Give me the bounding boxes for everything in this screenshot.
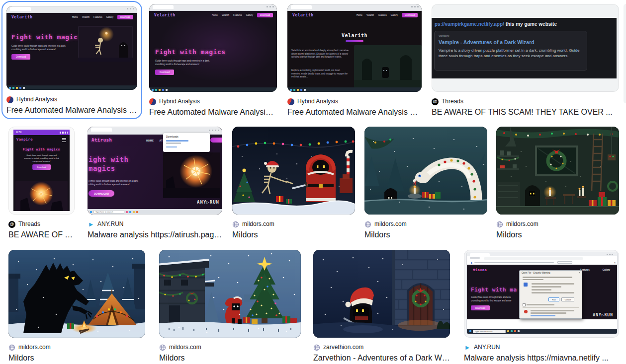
source-label: mildors.com bbox=[374, 220, 407, 228]
velarith-tagline: Guide three souls through traps and enem… bbox=[11, 44, 74, 51]
browser-chrome bbox=[6, 6, 137, 13]
result-source[interactable]: mildors.com bbox=[496, 220, 619, 228]
result-card-atirush[interactable]: Downloads Atirush HOME ATIRUSH FEATURES … bbox=[88, 127, 222, 240]
threads-post-screenshot: ps://vampirkgame.netlify.app/ this my ga… bbox=[432, 4, 619, 92]
result-thumbnail[interactable]: × Miavna Features Gallery Fight with ma … bbox=[464, 250, 619, 338]
globe-favicon-icon bbox=[232, 221, 239, 228]
nav-item: Gallery bbox=[106, 16, 113, 18]
globe-favicon-icon bbox=[364, 221, 371, 228]
result-card-mildors-room[interactable]: mildors.com Mildors bbox=[496, 127, 619, 240]
result-source[interactable]: Hybrid Analysis bbox=[6, 96, 137, 103]
result-card-velarith-2[interactable]: Velarith Home Velarith Features Gallery … bbox=[149, 4, 277, 117]
nav-item: HOME bbox=[146, 140, 154, 142]
source-label: Threads bbox=[442, 98, 463, 105]
result-thumbnail[interactable] bbox=[364, 127, 487, 215]
result-thumbnail[interactable] bbox=[496, 127, 619, 215]
velarith-about-paragraph-1: Velarith is an emotional and deeply atmo… bbox=[291, 49, 349, 59]
pixel-art-snake-illustration bbox=[364, 127, 487, 215]
result-source[interactable]: Hybrid Analysis bbox=[149, 98, 277, 105]
result-source[interactable]: mildors.com bbox=[364, 220, 487, 228]
post-link: ps://vampirkgame.netlify.app/ bbox=[435, 21, 504, 27]
result-title[interactable]: BE AWARE OF THIS SCAM! THEY TAKE OVER ..… bbox=[432, 107, 619, 117]
post-link-note: this my game website bbox=[506, 21, 557, 27]
result-thumbnail[interactable] bbox=[8, 250, 145, 338]
nav-item: Home bbox=[72, 16, 78, 18]
anyrun-favicon-icon: ▶ bbox=[464, 344, 471, 351]
vampire-tagline-3: escape and answers! bbox=[13, 160, 70, 162]
dungeon-figure-illustration bbox=[354, 45, 422, 87]
result-source[interactable]: mildors.com bbox=[232, 220, 355, 228]
browser-window: × Miavna Features Gallery Fight with ma … bbox=[466, 252, 618, 334]
result-title[interactable]: BE AWARE OF THIS... bbox=[8, 230, 75, 240]
red-caped-figure bbox=[225, 297, 243, 324]
result-card-zarvethion[interactable]: zarvethion.com Zarvethion - Adventures o… bbox=[313, 250, 450, 363]
source-label: zarvethion.com bbox=[323, 344, 363, 351]
result-source[interactable]: ▶ ANY.RUN bbox=[88, 220, 222, 228]
result-title[interactable]: Zarvethion - Adventures of a Dark Wizard bbox=[313, 353, 450, 363]
result-source[interactable]: Hybrid Analysis bbox=[287, 98, 422, 105]
result-card-mildors-skeleton[interactable]: mildors.com Mildors bbox=[232, 127, 355, 240]
skeleton-lantern-illustration bbox=[78, 26, 133, 62]
result-card-velarith-1[interactable]: Velarith Home Velarith Features Gallery … bbox=[6, 6, 137, 115]
result-source[interactable]: mildors.com bbox=[159, 344, 301, 351]
result-thumbnail[interactable]: ps://vampirkgame.netlify.app/ this my ga… bbox=[432, 4, 619, 92]
explosion-illustration bbox=[163, 152, 220, 198]
vampire-tagline-1: Guide three souls through traps and bbox=[13, 154, 70, 156]
source-label: mildors.com bbox=[169, 344, 201, 351]
result-thumbnail[interactable]: Velarith Home Velarith Features Gallery … bbox=[6, 6, 137, 90]
result-title[interactable]: Mildors bbox=[496, 230, 619, 240]
result-card-mildors-tree[interactable]: mildors.com Mildors bbox=[159, 250, 301, 363]
velarith-dungeon-image bbox=[354, 45, 422, 87]
result-card-miavna[interactable]: × Miavna Features Gallery Fight with ma … bbox=[464, 250, 619, 363]
atirush-download-button: DOWNLOAD bbox=[89, 190, 114, 197]
source-label: ANY.RUN bbox=[97, 220, 123, 228]
explosion-illustration bbox=[15, 181, 68, 211]
result-card-mildors-werewolf[interactable]: mildors.com Mildors bbox=[8, 250, 145, 363]
close-icon: × bbox=[614, 261, 616, 264]
result-title[interactable]: Free Automated Malware Analysis Ser... bbox=[6, 105, 137, 115]
result-card-mildors-snake[interactable]: mildors.com Mildors bbox=[364, 127, 487, 240]
result-thumbnail[interactable]: Downloads Atirush HOME ATIRUSH FEATURES … bbox=[88, 127, 222, 215]
result-thumbnail[interactable]: Velarith Home Velarith Features Gallery … bbox=[287, 4, 422, 92]
result-thumbnail[interactable]: 22:50 Vampire Fight with magics Guide th… bbox=[8, 127, 75, 215]
velarith-heading: Fight with magics bbox=[155, 48, 226, 56]
source-label: Threads bbox=[18, 220, 40, 228]
velarith-site-screenshot: Velarith Home Velarith Features Gallery … bbox=[287, 10, 422, 87]
downloads-popup-title: Downloads bbox=[166, 135, 207, 138]
atirush-heading-line2: magics bbox=[89, 164, 115, 172]
velarith-hero-image bbox=[78, 26, 133, 62]
result-title[interactable]: Free Automated Malware Analysis Ser... bbox=[149, 107, 277, 117]
result-title[interactable]: Mildors bbox=[232, 230, 355, 240]
result-source[interactable]: @ Threads bbox=[432, 98, 619, 105]
security-warning-dialog: Open File - Security Warning × Run Cance… bbox=[519, 270, 582, 319]
vampire-tagline-2: enemies in a dark, crumbling world to fi… bbox=[13, 157, 70, 159]
result-title[interactable]: Mildors bbox=[364, 230, 487, 240]
velarith-site-header: Velarith Home Velarith Features Gallery … bbox=[292, 13, 418, 17]
hooded-figure bbox=[525, 185, 540, 206]
hybrid-analysis-favicon-icon bbox=[287, 98, 294, 105]
result-thumbnail[interactable] bbox=[232, 127, 355, 215]
result-source[interactable]: ▶ ANY.RUN bbox=[464, 344, 619, 351]
vampire-logo: Vampire bbox=[16, 138, 33, 142]
result-card-threads-post[interactable]: ps://vampirkgame.netlify.app/ this my ga… bbox=[432, 4, 619, 117]
nav-cta-pill bbox=[210, 138, 222, 143]
result-thumbnail[interactable]: Velarith Home Velarith Features Gallery … bbox=[149, 4, 277, 92]
windows-taskbar: Type here to search bbox=[88, 209, 222, 215]
link-preview-card: Vampire Vampire - Adventures of a Dark W… bbox=[434, 31, 587, 71]
result-thumbnail[interactable] bbox=[159, 250, 301, 338]
result-source[interactable]: mildors.com bbox=[8, 344, 145, 351]
miavna-site-content: Miavna Features Gallery Fight with ma Gu… bbox=[467, 265, 617, 319]
result-card-vampire-mobile[interactable]: 22:50 Vampire Fight with magics Guide th… bbox=[8, 127, 75, 240]
result-title[interactable]: Malware analysis https://miavna.netlify … bbox=[464, 353, 619, 363]
hamburger-menu-icon bbox=[62, 138, 66, 142]
result-source[interactable]: @ Threads bbox=[8, 220, 75, 228]
result-thumbnail[interactable] bbox=[313, 250, 450, 338]
result-title[interactable]: Mildors bbox=[159, 353, 301, 363]
result-title[interactable]: Free Automated Malware Analysis Ser... bbox=[287, 107, 422, 117]
result-title[interactable]: Mildors bbox=[8, 353, 145, 363]
result-source[interactable]: zarvethion.com bbox=[313, 344, 450, 351]
source-label: Hybrid Analysis bbox=[16, 96, 57, 103]
velarith-site-screenshot: Velarith Home Velarith Features Gallery … bbox=[6, 12, 137, 85]
result-title[interactable]: Malware analysis https://atirush.pages .… bbox=[88, 230, 222, 240]
result-card-velarith-3[interactable]: Velarith Home Velarith Features Gallery … bbox=[287, 4, 422, 117]
